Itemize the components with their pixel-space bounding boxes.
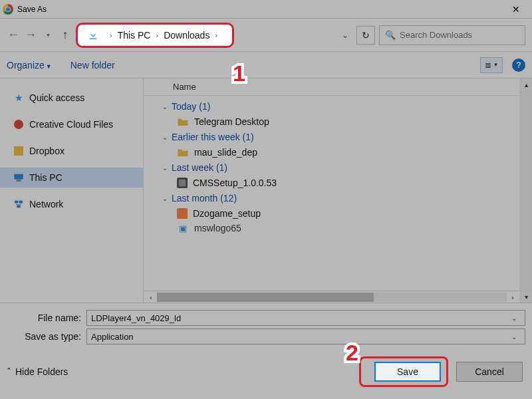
scroll-left-icon[interactable]: ‹ — [145, 293, 157, 301]
breadcrumb-seg-0[interactable]: This PC — [118, 30, 151, 41]
scroll-right-icon[interactable]: › — [507, 293, 519, 301]
chevron-right-icon: › — [215, 31, 217, 39]
svg-rect-4 — [15, 201, 18, 203]
sidebar-item-this-pc[interactable]: This PC — [0, 168, 143, 188]
svg-rect-2 — [17, 180, 20, 180]
save-type-label: Save as type: — [7, 331, 86, 342]
save-highlight: Save — [359, 356, 448, 387]
new-folder-button[interactable]: New folder — [70, 60, 115, 70]
window-title: Save As — [17, 5, 47, 14]
chevron-down-icon: ▼ — [46, 63, 52, 70]
breadcrumb-seg-1[interactable]: Downloads — [164, 30, 209, 41]
scroll-down-icon[interactable]: ▾ — [521, 291, 532, 303]
scroll-thumb[interactable] — [157, 293, 374, 302]
save-type-row: Save as type: Application ⌄ — [7, 329, 525, 344]
chevron-down-icon: ⌄ — [162, 164, 168, 172]
sidebar-item-quick-access[interactable]: ★ Quick access — [0, 88, 143, 108]
scroll-track[interactable] — [157, 293, 507, 302]
toolbar: Organize▼ New folder ≣ ▼ ? — [0, 52, 532, 78]
chevron-down-icon: ⌄ — [162, 103, 168, 110]
chevron-up-icon: ˄ — [7, 366, 11, 377]
hide-folders-button[interactable]: ˄ Hide Folders — [7, 366, 68, 377]
this-pc-icon — [13, 172, 24, 183]
body: ★ Quick access Creative Cloud Files Drop… — [0, 78, 532, 303]
sidebar: ★ Quick access Creative Cloud Files Drop… — [0, 78, 144, 303]
svg-rect-0 — [90, 38, 97, 39]
list-item[interactable]: ▣ mswlogo65 — [144, 221, 520, 235]
list-item[interactable]: mau_slide_dep — [144, 145, 520, 160]
group-header[interactable]: ⌄ Earlier this week (1) — [144, 129, 520, 145]
titlebar: Save As ✕ — [0, 0, 532, 19]
search-input[interactable]: 🔍 Search Downloads — [379, 25, 525, 45]
view-options-button[interactable]: ≣ ▼ — [480, 57, 503, 73]
search-placeholder: Search Downloads — [400, 30, 472, 40]
organize-menu[interactable]: Organize▼ — [7, 60, 52, 70]
scroll-up-icon[interactable]: ▴ — [521, 78, 532, 90]
bottom-panel: File name: LDPlayer4_vn_4029_ld ⌄ Save a… — [0, 303, 532, 350]
up-button[interactable]: ↑ — [59, 28, 72, 42]
search-icon: 🔍 — [385, 30, 396, 40]
vertical-scrollbar[interactable]: ▴ ▾ — [520, 78, 532, 303]
chevron-right-icon: › — [110, 31, 112, 39]
application-icon: ▣ — [177, 223, 189, 233]
sidebar-item-creative-cloud[interactable]: Creative Cloud Files — [0, 114, 143, 134]
list-item[interactable]: Dzogame_setup — [144, 206, 520, 221]
group-header[interactable]: ⌄ Last month (12) — [144, 190, 520, 206]
folder-icon — [177, 147, 189, 158]
star-icon: ★ — [13, 92, 24, 103]
application-icon — [177, 178, 188, 188]
forward-button[interactable]: → — [24, 28, 37, 42]
dropbox-icon — [13, 146, 24, 156]
breadcrumb[interactable]: › This PC › Downloads › — [76, 23, 234, 48]
chevron-down-icon: ▼ — [493, 62, 499, 68]
nav-row: ← → ▾ ↑ › This PC › Downloads › ⌄ ↻ 🔍 Se… — [0, 19, 532, 52]
sidebar-item-dropbox[interactable]: Dropbox — [0, 141, 143, 161]
file-list: ⌄ Today (1) Telegram Desktop ⌄ Earlier t… — [144, 96, 520, 291]
group-header[interactable]: ⌄ Last week (1) — [144, 160, 520, 176]
horizontal-scrollbar[interactable]: ‹ › — [144, 291, 520, 303]
save-button[interactable]: Save — [374, 362, 441, 382]
chevron-down-icon[interactable]: ⌄ — [507, 333, 521, 340]
chrome-icon — [3, 4, 13, 15]
downloads-icon — [87, 29, 99, 41]
folder-icon — [177, 116, 189, 127]
recent-dropdown[interactable]: ▾ — [41, 31, 55, 39]
list-item[interactable]: Telegram Desktop — [144, 114, 520, 129]
save-type-field[interactable]: Application ⌄ — [86, 329, 525, 344]
file-name-field[interactable]: LDPlayer4_vn_4029_ld ⌄ — [86, 310, 525, 326]
sidebar-item-network[interactable]: Network — [0, 194, 143, 214]
back-button[interactable]: ← — [7, 28, 20, 42]
list-view-icon: ≣ — [485, 61, 491, 70]
path-dropdown[interactable]: ⌄ — [338, 31, 352, 40]
save-as-dialog: Save As ✕ ← → ▾ ↑ › This PC › Downloads … — [0, 0, 532, 399]
help-button[interactable]: ? — [512, 59, 525, 72]
group-header[interactable]: ⌄ Today (1) — [144, 98, 520, 114]
creative-cloud-icon — [13, 119, 24, 130]
application-icon — [177, 208, 188, 219]
svg-rect-6 — [17, 205, 20, 207]
file-name-row: File name: LDPlayer4_vn_4029_ld ⌄ — [7, 310, 525, 326]
close-button[interactable]: ✕ — [503, 0, 529, 18]
refresh-button[interactable]: ↻ — [356, 26, 375, 45]
chevron-down-icon[interactable]: ⌄ — [507, 315, 521, 322]
file-name-label: File name: — [7, 313, 86, 323]
file-pane: Name ⌄ Today (1) Telegram Desktop ⌄ Earl… — [144, 78, 520, 303]
chevron-down-icon: ⌄ — [162, 195, 168, 202]
svg-rect-5 — [19, 201, 23, 203]
chevron-right-icon: › — [156, 31, 158, 39]
cancel-button[interactable]: Cancel — [456, 362, 523, 382]
column-header-name[interactable]: Name — [144, 78, 520, 96]
chevron-down-icon: ⌄ — [162, 134, 168, 141]
list-item[interactable]: CMSSetup_1.0.0.53 — [144, 176, 520, 190]
network-icon — [13, 199, 24, 209]
footer: ˄ Hide Folders Save Cancel — [0, 350, 532, 399]
svg-rect-3 — [16, 181, 21, 182]
svg-rect-1 — [14, 174, 23, 180]
